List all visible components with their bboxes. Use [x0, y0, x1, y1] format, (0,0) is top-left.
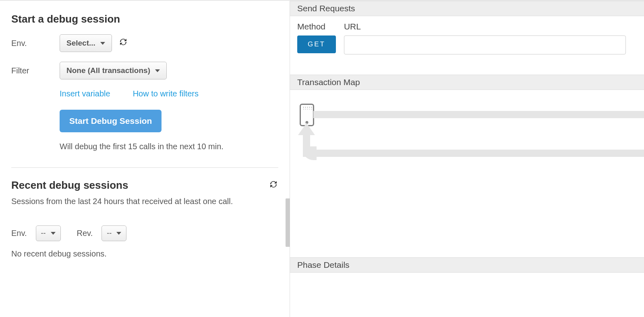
send-requests-header: Send Requests: [290, 1, 644, 16]
recent-rev-dropdown-label: --: [107, 229, 112, 238]
env-label: Env.: [11, 39, 60, 48]
method-column: Method GET: [297, 22, 336, 54]
arrow-up-icon: [298, 123, 315, 135]
filter-row: Filter None (All transactions): [11, 62, 278, 79]
panel-divider-handle[interactable]: [286, 198, 290, 247]
recent-sessions-description: Sessions from the last 24 hours that rec…: [11, 195, 278, 208]
url-column: URL: [344, 22, 637, 54]
recent-filters-row: Env. -- Rev. --: [11, 225, 278, 241]
filter-label: Filter: [11, 66, 60, 75]
recent-env-dropdown[interactable]: --: [36, 225, 61, 241]
recent-sessions-title: Recent debug sessions: [11, 179, 128, 192]
filter-links-row: Insert variable How to write filters: [60, 89, 278, 98]
filter-dropdown-label: None (All transactions): [66, 66, 150, 75]
start-help-text: Will debug the first 15 calls in the nex…: [60, 142, 278, 151]
send-requests-body: Method GET URL: [290, 16, 644, 75]
flow-top-bar: [313, 111, 644, 118]
insert-variable-link[interactable]: Insert variable: [60, 89, 110, 98]
method-label: Method: [297, 22, 336, 31]
transaction-map-body: [290, 90, 644, 191]
how-to-write-filters-link[interactable]: How to write filters: [133, 89, 199, 98]
phase-details-header: Phase Details: [290, 257, 644, 273]
left-panel: Start a debug session Env. Select... Fil…: [0, 1, 290, 317]
url-label: URL: [344, 22, 637, 31]
caret-down-icon: [100, 42, 105, 45]
env-refresh-icon[interactable]: [118, 37, 128, 49]
divider: [11, 167, 278, 168]
recent-env-dropdown-label: --: [41, 229, 46, 238]
env-row: Env. Select...: [11, 34, 278, 52]
no-recent-sessions-text: No recent debug sessions.: [11, 249, 278, 259]
filter-dropdown[interactable]: None (All transactions): [60, 62, 167, 79]
caret-down-icon: [116, 232, 121, 235]
recent-rev-dropdown[interactable]: --: [101, 225, 126, 241]
url-input[interactable]: [344, 35, 626, 54]
env-dropdown-label: Select...: [66, 39, 95, 48]
flow-arrow: [303, 130, 310, 157]
caret-down-icon: [155, 69, 160, 72]
recent-env-label: Env.: [11, 229, 27, 238]
recent-rev-label: Rev.: [77, 229, 93, 238]
right-panel: Send Requests Method GET URL Transaction…: [290, 1, 644, 317]
caret-down-icon: [51, 232, 56, 235]
recent-refresh-icon[interactable]: [269, 179, 278, 192]
start-session-title: Start a debug session: [11, 13, 278, 25]
method-dropdown[interactable]: GET: [297, 35, 336, 53]
start-debug-session-button[interactable]: Start Debug Session: [60, 110, 162, 132]
transaction-map-header: Transaction Map: [290, 75, 644, 90]
env-dropdown[interactable]: Select...: [60, 34, 112, 52]
recent-sessions-header: Recent debug sessions: [11, 179, 278, 192]
